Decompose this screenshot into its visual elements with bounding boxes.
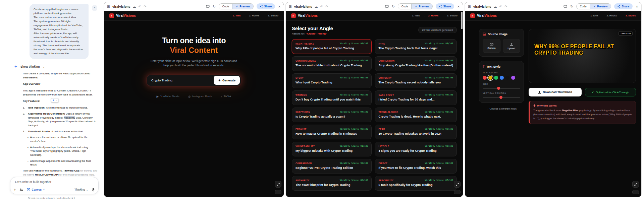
size-slider-thumb[interactable] (497, 87, 500, 90)
remove-canvas-icon[interactable]: × (43, 188, 45, 191)
hook-card[interactable]: NEGATIVE BIASVirality Score: 98/100Why 9… (292, 39, 372, 54)
hook-card[interactable]: SKEPTICISMVirality Score: 94/100Is Crypt… (292, 108, 372, 122)
scroll-stub[interactable] (632, 190, 639, 194)
text-color-swatch[interactable] (500, 76, 504, 80)
close-icon[interactable]: ✕ (457, 5, 460, 8)
camera-button[interactable]: Camera (483, 39, 500, 53)
hook-card[interactable]: CORRECTIONVirality Score: 96/100Stop doi… (375, 56, 457, 71)
hook-card[interactable]: CURIOSITYVirality Score: 95/100The Crypt… (375, 73, 457, 88)
undo-icon[interactable]: ↶ (499, 5, 502, 8)
redo-icon[interactable]: ↷ (504, 5, 507, 8)
vertical-position-slider[interactable] (483, 97, 520, 98)
refresh-icon[interactable]: ↻ (213, 5, 215, 8)
hook-card[interactable]: SPECIFICITYVirality Score: 87/1005 tools… (375, 176, 457, 191)
studio-main: 1280 × 720 WHY 99% OF PEOPLE FAIL AT CRY… (529, 29, 636, 124)
share-button[interactable]: Share (436, 3, 454, 9)
present-icon[interactable] (564, 5, 567, 8)
hook-card[interactable]: DIRECTVirality Score: 89/100If you want … (375, 159, 457, 174)
hook-card[interactable]: TREND JACKINGVirality Score: 93/100Crypt… (375, 108, 457, 122)
hook-card[interactable]: WARNINGVirality Score: 95/100Don't buy C… (292, 90, 372, 105)
vertical-position-slider-thumb[interactable] (499, 96, 502, 99)
hook-card[interactable]: STORYVirality Score: 96/100Why I quit Cr… (292, 73, 372, 88)
redo-icon[interactable]: ↷ (325, 5, 328, 8)
hook-tag: STORY (296, 77, 304, 79)
step-studio[interactable]: 3. Studio (268, 14, 278, 17)
plus-icon[interactable]: + (14, 188, 16, 192)
chat-input-placeholder[interactable]: Let's write or build together (10, 177, 98, 184)
text-color-swatch[interactable] (494, 76, 498, 80)
step-hooks[interactable]: 2. Hooks (607, 14, 617, 17)
step-idea[interactable]: 1. Idea (590, 14, 598, 17)
generate-button[interactable]: ✦ Generate (214, 76, 240, 85)
text-color-swatch[interactable] (511, 76, 515, 80)
refresh-icon[interactable]: ↻ (392, 5, 394, 8)
show-thinking-row[interactable]: ✦ Show thinking ⌄ (14, 64, 45, 69)
step-hooks[interactable]: 2. Hooks (249, 14, 260, 17)
text-color-swatch[interactable] (483, 76, 487, 80)
undo-icon[interactable]: ↶ (138, 5, 141, 8)
step-studio[interactable]: 3. Studio (626, 14, 636, 17)
step-nav: 1. Idea → 2. Hooks → 3. Studio (233, 14, 278, 17)
hook-title: The exact blueprint for Crypto Trading (296, 183, 368, 187)
hook-card[interactable]: CASE STUDYVirality Score: 94/100I tried … (375, 90, 457, 105)
hook-card[interactable]: VULNERABILITYVirality Score: 91/100My bi… (292, 142, 372, 156)
expand-preview-button[interactable] (275, 181, 281, 188)
present-icon[interactable] (206, 5, 210, 8)
thumbnail-canvas[interactable]: 1280 × 720 WHY 99% OF PEOPLE FAIL AT CRY… (529, 29, 636, 83)
scroll-stub[interactable] (454, 190, 461, 194)
size-slider[interactable] (483, 88, 520, 89)
present-icon[interactable] (385, 5, 389, 8)
hook-card[interactable]: HYPEVirality Score: 98/100The Crypto Tra… (375, 39, 457, 54)
expand-preview-button[interactable] (632, 181, 639, 188)
text-color-swatch[interactable] (488, 76, 492, 80)
step-idea[interactable]: 1. Idea (412, 14, 420, 17)
thinking-mode-selector[interactable]: Thinking ⌄ (74, 188, 88, 191)
mic-icon[interactable] (92, 188, 95, 192)
preview-tab[interactable]: ✓Preview (232, 4, 253, 9)
chat-input-box[interactable]: Let's write or build together + Canvas ×… (10, 177, 99, 194)
close-icon[interactable]: ✕ (278, 5, 281, 8)
step-studio[interactable]: 3. Studio (447, 14, 458, 17)
hook-card[interactable]: PROMISEVirality Score: 92/100How to mast… (292, 125, 372, 139)
code-tab[interactable]: Code (577, 4, 590, 9)
text-color-swatch[interactable] (505, 76, 509, 80)
canvas-tool-chip[interactable]: Canvas × (27, 188, 45, 191)
topic-input-value[interactable]: Crypto Trading (151, 78, 214, 82)
choose-different-hook-link[interactable]: ← Choose a different hook (479, 107, 524, 110)
cloud-sync-icon: ☁ (314, 5, 318, 8)
hook-card[interactable]: FEARVirality Score: 92/10010 Crypto Trad… (375, 125, 457, 139)
step-idea[interactable]: 1. Idea (233, 14, 240, 17)
collapse-message-button[interactable]: ^ (92, 5, 97, 11)
hook-card[interactable]: COMPARISONVirality Score: 90/100Beginner… (292, 159, 372, 174)
hook-card[interactable]: CONTROVERSIALVirality Score: 97/100The u… (292, 56, 372, 71)
code-preview-toggle: Code ✓Preview (576, 3, 611, 9)
redo-icon[interactable]: ↷ (144, 5, 146, 8)
hook-virality-score: Virality Score: 94/100 (340, 111, 368, 113)
hook-card[interactable]: LISTICLEVirality Score: 90/1003 signs yo… (375, 142, 457, 156)
tune-icon[interactable] (19, 188, 23, 192)
preview-tab[interactable]: ✓Preview (412, 4, 432, 9)
app-brand: ▶ ViralVisions (109, 13, 136, 18)
brand-play-icon: ▶ (109, 13, 114, 18)
code-tab[interactable]: Code (398, 4, 412, 9)
scrollbar-thumb[interactable] (461, 12, 463, 29)
topic-input[interactable]: Crypto Trading ✦ Generate (147, 75, 241, 86)
tiktok-icon: ♪ (220, 95, 222, 98)
share-button[interactable]: Share (257, 3, 275, 9)
hook-card[interactable]: AUTHORITYVirality Score: 88/100The exact… (292, 176, 372, 191)
hook-virality-score: Virality Score: 90/100 (425, 145, 453, 147)
undo-icon[interactable]: ↶ (320, 5, 323, 8)
close-icon[interactable]: ✕ (636, 5, 638, 8)
refresh-icon[interactable]: ↻ (570, 5, 573, 8)
code-tab[interactable]: Code (219, 4, 233, 9)
step-hooks[interactable]: 2. Hooks (428, 14, 439, 17)
selection-action-popup[interactable]: ✦ ⌄ (51, 98, 59, 103)
download-thumbnail-button[interactable]: Download Thumbnail (529, 88, 582, 96)
upload-button[interactable]: Upload (503, 39, 521, 53)
thinking-label: Thinking (74, 188, 85, 191)
hook-title: I tried Crypto Trading for 30 days and..… (378, 98, 453, 101)
scroll-stub[interactable] (275, 190, 281, 194)
expand-preview-button[interactable] (454, 181, 461, 188)
preview-tab[interactable]: ✓Preview (590, 4, 611, 9)
share-button[interactable]: Share (614, 3, 633, 9)
